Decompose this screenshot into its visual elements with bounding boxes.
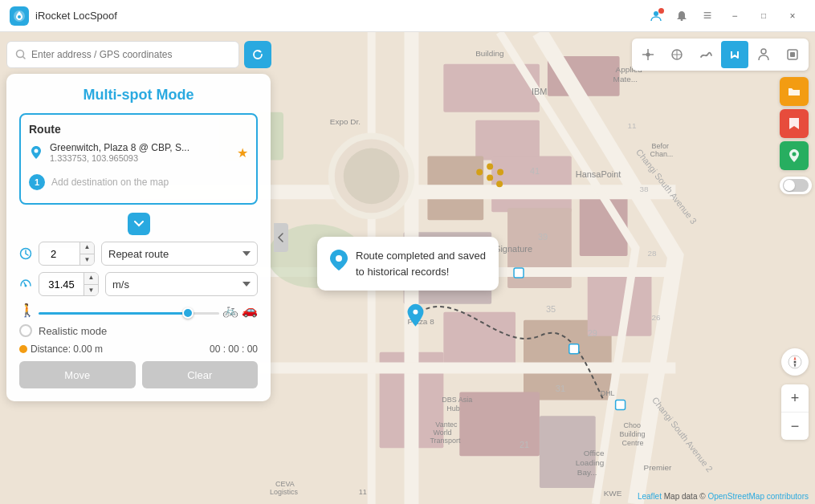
svg-text:Transport: Transport (430, 437, 460, 445)
speed-field[interactable] (39, 278, 84, 291)
svg-point-91 (25, 285, 27, 287)
app-title: iRocket LocSpoof (35, 10, 645, 22)
expand-button[interactable] (128, 213, 150, 235)
svg-text:Choo: Choo (624, 421, 641, 429)
multispot-panel: Multi-spot Mode Route Greenwitch, Plaza … (6, 74, 271, 401)
svg-text:26: 26 (651, 313, 661, 322)
repeat-count-input[interactable]: ▲ ▼ (39, 242, 95, 266)
svg-rect-84 (790, 52, 795, 57)
speed-decrement[interactable]: ▼ (84, 285, 98, 297)
search-icon (15, 49, 26, 60)
pan-tool[interactable] (663, 41, 691, 68)
svg-rect-7 (475, 120, 540, 161)
realistic-mode-radio[interactable] (19, 324, 32, 337)
speed-slider-wrapper (39, 303, 219, 318)
close-button[interactable]: × (780, 5, 805, 27)
svg-text:35: 35 (546, 304, 556, 314)
distance-text: Distance: 0.00 m (31, 343, 206, 355)
svg-point-89 (35, 149, 39, 153)
compass-button[interactable] (781, 348, 809, 376)
svg-text:Mate...: Mate... (613, 75, 638, 83)
collapse-button[interactable] (274, 223, 288, 252)
right-side-panel (776, 74, 815, 197)
add-destination-text: Add destination on the map (51, 177, 169, 188)
walk-icon: 🚶 (19, 303, 35, 318)
profile-button[interactable] (645, 5, 667, 27)
svg-text:KWE: KWE (604, 489, 622, 498)
speed-slider[interactable] (39, 312, 219, 315)
person-tool[interactable] (750, 41, 777, 68)
notification-dot (658, 8, 664, 14)
route-coords: 1.333753, 103.965093 (50, 153, 230, 163)
repeat-count-spinner: ▲ ▼ (79, 242, 94, 266)
zoom-controls: + − (781, 384, 809, 440)
speed-increment[interactable]: ▲ (84, 272, 98, 284)
svg-point-74 (413, 310, 418, 315)
svg-text:Centre: Centre (622, 439, 644, 447)
window-controls: ≡ − □ × (645, 5, 805, 27)
clock-icon (19, 247, 32, 260)
zoom-out-button[interactable]: − (781, 413, 809, 440)
refresh-button[interactable] (244, 41, 271, 68)
title-bar: iRocket LocSpoof ≡ − □ × (0, 0, 815, 32)
minimize-button[interactable]: − (722, 5, 748, 27)
svg-point-87 (794, 361, 797, 364)
map-attribution: Leaflet Map data © OpenStreetMap contrib… (638, 492, 809, 501)
svg-rect-9 (491, 156, 572, 212)
time-text: 00 : 00 : 00 (210, 343, 258, 355)
repeat-increment[interactable]: ▲ (79, 242, 94, 254)
svg-rect-41 (514, 268, 524, 278)
svg-point-2 (654, 11, 658, 16)
svg-rect-13 (443, 312, 515, 368)
app-logo (10, 6, 29, 26)
path-tool[interactable] (692, 41, 719, 68)
svg-text:Befor: Befor (651, 142, 668, 150)
svg-text:31: 31 (556, 384, 565, 393)
maximize-button[interactable]: □ (751, 5, 776, 27)
svg-text:World: World (433, 429, 451, 437)
map-toolbar (6, 39, 809, 71)
joystick-tool[interactable] (634, 41, 662, 68)
search-input[interactable] (31, 49, 230, 60)
osm-link[interactable]: OpenStreetMap contributors (707, 492, 809, 501)
route-star-button[interactable]: ★ (237, 145, 248, 161)
svg-text:HansaPoint: HansaPoint (576, 169, 621, 179)
svg-point-88 (336, 255, 342, 262)
folder-button[interactable] (780, 77, 809, 106)
expand-section (19, 213, 258, 235)
destination-number: 1 (29, 174, 45, 190)
move-button[interactable]: Move (19, 361, 136, 388)
repeat-route-select[interactable]: Repeat route One way Back and forth (101, 242, 258, 266)
repeat-decrement[interactable]: ▼ (79, 254, 94, 266)
realistic-mode-row: Realistic mode (19, 324, 258, 337)
location-button[interactable] (780, 141, 809, 170)
speed-unit-select[interactable]: m/s km/h mph (105, 272, 258, 296)
waypoint-tool[interactable] (721, 41, 748, 68)
add-destination-row: 1 Add destination on the map (29, 169, 248, 195)
toggle-button[interactable] (780, 177, 812, 194)
bookmark-button[interactable] (780, 109, 809, 138)
svg-text:Loading: Loading (576, 458, 604, 467)
car-icon: 🚗 (242, 303, 258, 318)
zoom-in-button[interactable]: + (781, 384, 809, 412)
svg-text:Vantec: Vantec (435, 421, 458, 429)
notification-button[interactable] (670, 5, 693, 27)
svg-rect-43 (616, 400, 626, 409)
route-location-icon (29, 145, 43, 160)
leaflet-link[interactable]: Leaflet (638, 492, 662, 501)
route-completed-popup: Route completed and saved to historical … (317, 237, 499, 291)
svg-text:Office: Office (584, 449, 605, 457)
speed-input[interactable]: ▲ ▼ (39, 272, 99, 296)
repeat-count-field[interactable] (39, 248, 79, 260)
main-content: IBM Building HansaPoint The Signature Pl… (0, 32, 815, 504)
clear-button[interactable]: Clear (142, 361, 259, 388)
svg-rect-42 (569, 344, 579, 354)
menu-button[interactable]: ≡ (696, 5, 719, 27)
popup-message: Route completed and saved to historical … (356, 248, 486, 279)
search-box[interactable] (6, 41, 239, 68)
svg-text:Building: Building (620, 430, 646, 438)
svg-text:41: 41 (530, 166, 540, 176)
svg-point-45 (487, 174, 493, 181)
svg-text:Bay...: Bay... (577, 468, 597, 477)
record-tool[interactable] (779, 41, 806, 68)
